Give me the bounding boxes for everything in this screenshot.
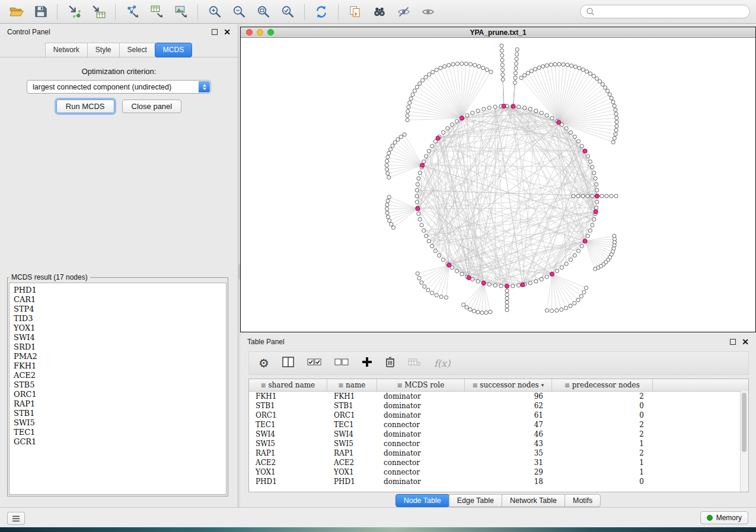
zoom-selected-button[interactable]	[277, 3, 298, 21]
table-cell: dominator	[377, 430, 465, 438]
mcds-result-item[interactable]: YOX1	[14, 323, 222, 333]
column-header-predecessor-nodes[interactable]: ▦predecessor nodes	[552, 379, 653, 391]
sort-dropdown-icon[interactable]: ▾	[541, 382, 544, 388]
close-panel-x-icon[interactable]: ✕	[224, 28, 231, 36]
table-row[interactable]: YOX1YOX1connector291	[249, 467, 748, 477]
close-window-icon[interactable]	[246, 29, 253, 36]
tab-style[interactable]: Style	[87, 43, 120, 57]
duplicate-network-button[interactable]	[345, 3, 365, 21]
table-cell: 35	[465, 449, 552, 457]
table-row[interactable]: SWI5SWI5connector431	[249, 439, 748, 448]
mcds-result-item[interactable]: STB5	[14, 380, 222, 390]
mcds-result-item[interactable]: PHD1	[14, 286, 222, 295]
table-cell: 1	[552, 440, 653, 448]
delete-column-icon[interactable]	[385, 356, 395, 370]
tab-node-table[interactable]: Node Table	[395, 494, 449, 507]
zoom-fit-button[interactable]	[253, 3, 273, 21]
table-cell: YOX1	[249, 468, 327, 476]
mcds-result-item[interactable]: ORC1	[14, 390, 222, 399]
memory-button[interactable]: Memory	[700, 511, 748, 524]
table-row[interactable]: SWI4SWI4dominator462	[249, 430, 748, 439]
mcds-result-list[interactable]: PHD1CAR1STP4TID3YOX1SWI4SRD1PMA2FKH1ACE2…	[9, 283, 227, 495]
criterion-dropdown[interactable]: largest connected component (undirected)	[27, 80, 211, 94]
column-header-successor-nodes[interactable]: ▦successor nodes▾	[465, 379, 552, 391]
search-box[interactable]	[580, 5, 750, 18]
table-cell: 2	[552, 392, 653, 400]
mcds-result-item[interactable]: CAR1	[14, 295, 222, 305]
table-cell: 29	[465, 468, 552, 476]
tab-network-table[interactable]: Network Table	[502, 494, 565, 507]
column-header-shared-name[interactable]: ▦shared name	[249, 379, 327, 391]
column-header-MCDS-role[interactable]: ▦MCDS role	[377, 379, 465, 391]
add-column-icon[interactable]	[362, 357, 372, 370]
hide-selected-button[interactable]	[394, 3, 414, 21]
table-cell: 2	[552, 421, 653, 429]
table-cell: ORC1	[327, 411, 377, 419]
mcds-result-item[interactable]: SWI5	[14, 418, 222, 428]
network-window-titlebar[interactable]: YPA_prune.txt_1	[241, 27, 755, 38]
table-toolbar: ⚙ f(x)	[248, 351, 749, 375]
zoom-fit-icon	[256, 5, 270, 19]
table-row[interactable]: TEC1TEC1connector472	[249, 420, 748, 430]
tab-select[interactable]: Select	[119, 43, 155, 57]
search-input[interactable]	[598, 7, 744, 17]
import-network-button[interactable]	[64, 3, 84, 21]
table-cell: RAP1	[249, 449, 327, 457]
column-header-name[interactable]: ▦name	[327, 379, 377, 391]
table-row[interactable]: STB1STB1dominator620	[249, 401, 748, 411]
status-menu-button[interactable]	[7, 512, 25, 525]
float-panel-icon[interactable]	[212, 29, 218, 35]
show-all-button[interactable]	[418, 3, 438, 21]
table-row[interactable]: ORC1ORC1dominator610	[249, 411, 748, 420]
table-cell: ACE2	[249, 459, 327, 467]
settings-gear-icon[interactable]: ⚙	[259, 357, 269, 369]
show-all-eye-icon	[421, 5, 435, 19]
export-image-button[interactable]	[171, 3, 191, 21]
table-row[interactable]: RAP1RAP1dominator352	[249, 448, 748, 458]
zoom-out-button[interactable]	[229, 3, 249, 21]
run-mcds-button[interactable]: Run MCDS	[56, 100, 114, 113]
select-all-rows-icon[interactable]	[307, 358, 321, 368]
attribute-type-icon: ▦	[339, 382, 344, 388]
mcds-result-item[interactable]: GCR1	[14, 437, 222, 447]
tab-network[interactable]: Network	[45, 43, 88, 57]
mcds-result-item[interactable]: TID3	[14, 314, 222, 323]
float-table-panel-icon[interactable]	[730, 339, 736, 345]
close-panel-button[interactable]: Close panel	[122, 100, 182, 113]
refresh-button[interactable]	[311, 3, 331, 21]
split-columns-icon[interactable]	[282, 357, 294, 370]
table-cell: TEC1	[327, 421, 377, 429]
deselect-all-rows-icon[interactable]	[334, 358, 349, 368]
tab-motifs[interactable]: Motifs	[564, 494, 601, 507]
export-network-button[interactable]	[122, 3, 142, 21]
network-canvas[interactable]	[241, 38, 755, 332]
table-cell: connector	[377, 440, 465, 448]
maximize-window-icon[interactable]	[267, 29, 274, 36]
table-scrollbar[interactable]	[740, 391, 748, 492]
mcds-result-item[interactable]: STP4	[14, 305, 222, 314]
mcds-result-item[interactable]: ACE2	[14, 371, 222, 380]
export-table-button[interactable]	[146, 3, 167, 21]
first-neighbors-button[interactable]	[369, 3, 390, 21]
scrollbar-thumb[interactable]	[742, 393, 747, 452]
table-cell: dominator	[377, 402, 465, 410]
mcds-result-item[interactable]: FKH1	[14, 361, 222, 371]
import-table-button[interactable]	[88, 3, 109, 21]
tab-edge-table[interactable]: Edge Table	[449, 494, 502, 507]
table-row[interactable]: FKH1FKH1dominator962	[249, 392, 748, 401]
table-row[interactable]: PHD1PHD1dominator180	[249, 477, 748, 486]
mcds-result-item[interactable]: TEC1	[14, 428, 222, 437]
mcds-result-item[interactable]: RAP1	[14, 399, 222, 409]
save-session-button[interactable]	[30, 3, 50, 21]
open-session-button[interactable]	[6, 3, 26, 21]
mcds-result-item[interactable]: STB1	[14, 409, 222, 418]
table-row[interactable]: ACE2ACE2connector311	[249, 458, 748, 467]
close-table-panel-icon[interactable]: ✕	[742, 338, 749, 346]
mcds-result-item[interactable]: PMA2	[14, 352, 222, 361]
table-cell: PHD1	[249, 477, 327, 486]
minimize-window-icon[interactable]	[257, 29, 263, 36]
tab-mcds[interactable]: MCDS	[155, 43, 192, 57]
mcds-result-item[interactable]: SRD1	[14, 342, 222, 352]
mcds-result-item[interactable]: SWI4	[14, 333, 222, 342]
zoom-in-button[interactable]	[205, 3, 225, 21]
